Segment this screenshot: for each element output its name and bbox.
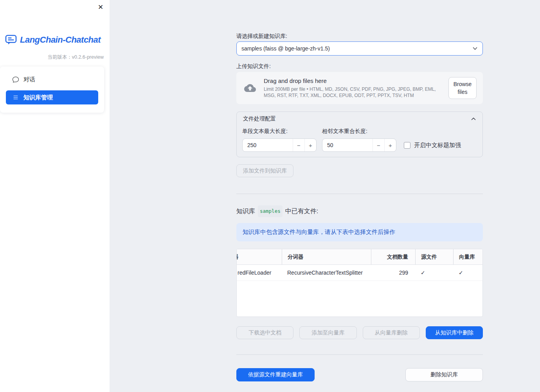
cell-splitter: RecursiveCharacterTextSplitter xyxy=(282,265,371,281)
list-icon xyxy=(13,94,19,101)
version-label: 当前版本：v0.2.6-preview xyxy=(47,54,104,61)
files-heading: 知识库 samples 中已有文件: xyxy=(236,205,483,217)
delete-from-vector-button[interactable]: 从向量库删除 xyxy=(363,326,420,339)
chevron-down-icon xyxy=(472,46,478,51)
files-heading-prefix: 知识库 xyxy=(236,206,255,216)
file-uploader-dropzone[interactable]: Drag and drop files here Limit 200MB per… xyxy=(236,72,483,104)
files-table[interactable]: 器 分词器 文档数量 源文件 向量库 redFileLoader Recursi… xyxy=(236,249,483,317)
download-selected-button[interactable]: 下载选中文档 xyxy=(236,326,293,339)
expander-title: 文件处理配置 xyxy=(243,115,276,122)
kb-selectbox[interactable]: samples (faiss @ bge-large-zh-v1.5) xyxy=(236,41,483,56)
sidebar-close-button[interactable]: ✕ xyxy=(97,3,104,11)
app-logo: LangChain-Chatchat xyxy=(5,34,104,45)
uploader-texts: Drag and drop files here Limit 200MB per… xyxy=(264,77,443,99)
sidebar-item-label: 知识库管理 xyxy=(23,94,53,101)
expander-header[interactable]: 文件处理配置 xyxy=(237,112,482,126)
uploader-limit-text: Limit 200MB per file • HTML, MD, JSON, C… xyxy=(264,86,443,99)
sidebar-item-kb-management[interactable]: 知识库管理 xyxy=(6,90,98,104)
chunk-size-label: 单段文本最大长度: xyxy=(242,128,322,135)
kb-actions-row: 依据源文件重建向量库 删除知识库 xyxy=(236,368,483,381)
chat-icon xyxy=(13,76,19,83)
files-heading-suffix: 中已有文件: xyxy=(285,206,318,216)
cell-doc-count: 299 xyxy=(371,265,415,281)
app-logo-text: LangChain-Chatchat xyxy=(20,35,101,45)
uploader-title: Drag and drop files here xyxy=(264,77,443,84)
add-files-button[interactable]: 添加文件到知识库 xyxy=(236,164,293,177)
delete-from-kb-button[interactable]: 从知识库中删除 xyxy=(426,326,483,339)
cell-source-check: ✓ xyxy=(415,265,453,281)
file-config-expander: 文件处理配置 单段文本最大长度: 相邻文本重合长度: 250 − + xyxy=(236,111,483,157)
overlap-size-value[interactable]: 50 xyxy=(322,139,373,151)
browse-files-button[interactable]: Browse files xyxy=(448,77,477,99)
kb-name-code: samples xyxy=(258,205,283,217)
cell-loader: redFileLoader xyxy=(237,265,282,281)
column-header-splitter[interactable]: 分词器 xyxy=(282,249,371,264)
chunk-minus-button[interactable]: − xyxy=(293,139,304,151)
table-row[interactable]: redFileLoader RecursiveCharacterTextSpli… xyxy=(237,265,482,281)
chunk-plus-button[interactable]: + xyxy=(304,139,316,151)
divider xyxy=(236,194,483,194)
column-header-vector-store[interactable]: 向量库 xyxy=(453,249,482,264)
overlap-size-input[interactable]: 50 − + xyxy=(322,138,396,152)
overlap-plus-button[interactable]: + xyxy=(384,139,396,151)
chunk-size-value[interactable]: 250 xyxy=(243,139,293,151)
overlap-minus-button[interactable]: − xyxy=(373,139,384,151)
chunk-size-input[interactable]: 250 − + xyxy=(242,138,317,152)
column-header-source-file[interactable]: 源文件 xyxy=(415,249,453,264)
delete-kb-button[interactable]: 删除知识库 xyxy=(405,368,483,381)
add-to-vector-button[interactable]: 添加至向量库 xyxy=(299,326,356,339)
cell-vector-check: ✓ xyxy=(453,265,482,281)
upload-label: 上传知识文件: xyxy=(236,62,483,70)
kb-selectbox-value: samples (faiss @ bge-large-zh-v1.5) xyxy=(241,45,330,52)
chevron-up-icon xyxy=(471,117,476,121)
divider xyxy=(236,354,483,355)
sidebar: ✕ LangChain-Chatchat 当前版本：v0.2.6-preview… xyxy=(0,0,110,392)
file-actions-row: 下载选中文档 添加至向量库 从向量库删除 从知识库中删除 xyxy=(236,326,483,339)
chat-bubble-logo-icon xyxy=(5,34,17,45)
checkbox-box[interactable] xyxy=(404,142,410,149)
close-icon: ✕ xyxy=(98,3,103,11)
main-content: 请选择或新建知识库: samples (faiss @ bge-large-zh… xyxy=(110,0,540,392)
cloud-upload-icon xyxy=(243,82,257,94)
expander-body: 单段文本最大长度: 相邻文本重合长度: 250 − + 50 − + xyxy=(237,128,482,157)
kb-select-label: 请选择或新建知识库: xyxy=(236,32,483,40)
overlap-size-label: 相邻文本重合长度: xyxy=(322,128,396,135)
rebuild-vector-store-button[interactable]: 依据源文件重建向量库 xyxy=(236,368,315,381)
table-header-row: 器 分词器 文档数量 源文件 向量库 xyxy=(237,249,482,265)
sidebar-menu: 对话 知识库管理 xyxy=(0,67,104,113)
checkbox-label: 开启中文标题加强 xyxy=(414,142,461,149)
sidebar-item-label: 对话 xyxy=(23,76,35,83)
sidebar-item-dialogue[interactable]: 对话 xyxy=(6,72,98,86)
zh-title-enhance-checkbox[interactable]: 开启中文标题加强 xyxy=(404,142,461,149)
info-banner: 知识库中包含源文件与向量库，请从下表中选择文件后操作 xyxy=(236,223,483,241)
column-header-loader[interactable]: 器 xyxy=(237,249,282,264)
column-header-doc-count[interactable]: 文档数量 xyxy=(371,249,415,264)
